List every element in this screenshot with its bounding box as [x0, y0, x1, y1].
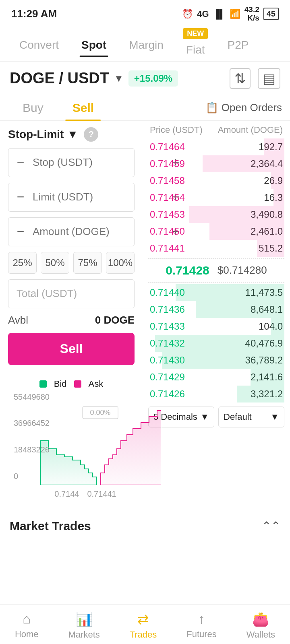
- x1: 0.71441: [87, 489, 116, 499]
- order-type-row: Stop-Limit ▼ ?: [8, 127, 135, 142]
- total-placeholder: Total (USDT): [17, 287, 77, 300]
- ob-buy-row: 0.71430 36,789.2: [148, 352, 284, 369]
- chart-icon[interactable]: ⇅: [230, 68, 251, 89]
- stop-minus-btn[interactable]: −: [8, 149, 33, 177]
- trades-icon: ⇄: [137, 611, 149, 627]
- status-right: ⏰ 4G ▐▌ 📶 43.2K/s 45: [182, 6, 279, 23]
- depth-chart: 0.00%: [40, 392, 161, 485]
- order-type-chevron: ▼: [67, 128, 78, 141]
- tab-p2p[interactable]: P2P: [216, 34, 260, 56]
- ob-buy-row: 0.71436 8,648.1: [148, 301, 284, 318]
- buy-orders: 0.71440 11,473.5 0.71436 8,648.1 0.71433…: [148, 284, 284, 402]
- ob-buy-row: 0.71440 11,473.5: [148, 284, 284, 301]
- stop-input-row: − +: [8, 148, 135, 177]
- nav-home[interactable]: ⌂ Home: [15, 611, 39, 640]
- market-trades-title: Market Trades: [10, 519, 91, 533]
- ob-sell-row: 0.71454 16.3: [148, 189, 284, 206]
- ob-sell-row: 0.71453 3,490.8: [148, 206, 284, 223]
- pair-header: DOGE / USDT ▼ +15.09% ⇅ ▤: [0, 62, 290, 95]
- mid-usd: $0.714280: [218, 264, 267, 277]
- trade-left-tabs: Buy Sell: [8, 95, 205, 120]
- bottom-nav: ⌂ Home 📊 Markets ⇄ Trades ↑ Futures 👛 Wa…: [0, 604, 290, 644]
- tab-fiat-wrapper: NEW Fiat: [175, 29, 216, 61]
- tab-spot[interactable]: Spot: [70, 34, 118, 56]
- x0: 0.7144: [54, 489, 79, 499]
- pct-50-btn[interactable]: 50%: [41, 252, 69, 274]
- avbl-row: Avbl 0 DOGE: [8, 314, 135, 326]
- ob-buy-row: 0.71429 2,141.6: [148, 369, 284, 386]
- nav-tabs: Convert Spot Margin NEW Fiat P2P: [0, 26, 290, 62]
- nav-futures[interactable]: ↑ Futures: [186, 611, 217, 640]
- ask-legend-dot: [74, 380, 81, 388]
- bid-legend-dot: [39, 380, 47, 388]
- ob-sell-row: 0.71441 515.2: [148, 240, 284, 257]
- futures-icon: ↑: [198, 611, 205, 627]
- pct-75-btn[interactable]: 75%: [73, 252, 102, 274]
- status-bar: 11:29 AM ⏰ 4G ▐▌ 📶 43.2K/s 45: [0, 0, 290, 26]
- main-content: Stop-Limit ▼ ? − + − + − + 25% 50% 75%: [0, 121, 290, 511]
- pair-name[interactable]: DOGE / USDT: [10, 70, 109, 87]
- y3: 55449680: [14, 392, 50, 402]
- sell-button[interactable]: Sell: [8, 333, 135, 365]
- pair-change: +15.09%: [128, 70, 178, 87]
- total-row[interactable]: Total (USDT): [8, 279, 135, 308]
- nav-futures-label: Futures: [186, 629, 217, 640]
- tab-buy[interactable]: Buy: [8, 95, 58, 120]
- orders-icon: 📋: [205, 101, 218, 114]
- nav-trades[interactable]: ⇄ Trades: [130, 611, 157, 640]
- bid-legend-label: Bid: [54, 379, 67, 389]
- amount-input-row: − +: [8, 217, 135, 246]
- ob-buy-row: 0.71433 104.0: [148, 318, 284, 335]
- markets-icon: 📊: [76, 611, 93, 627]
- trade-header: Buy Sell 📋 Open Orders: [0, 95, 290, 121]
- decimals-chevron: ▼: [200, 412, 209, 422]
- order-type-select[interactable]: Stop-Limit ▼: [8, 128, 78, 141]
- y1: 18483226: [14, 445, 50, 454]
- chart-area: Bid Ask 55449680 36966452 18483226 0: [8, 373, 135, 504]
- wifi-icon: 📶: [230, 9, 240, 19]
- amount-minus-btn[interactable]: −: [8, 218, 33, 246]
- network-icon: 4G: [197, 9, 209, 19]
- help-icon[interactable]: ?: [84, 127, 98, 142]
- open-orders-label: Open Orders: [222, 101, 282, 114]
- pct-100-btn[interactable]: 100%: [106, 252, 135, 274]
- ob-controls: 5 Decimals ▼ Default ▼: [148, 402, 284, 427]
- pair-left: DOGE / USDT ▼ +15.09%: [10, 70, 178, 87]
- y0: 0: [14, 472, 50, 481]
- tab-sell[interactable]: Sell: [58, 95, 108, 120]
- ob-sell-row: 0.71464 192.7: [148, 138, 284, 155]
- nav-home-label: Home: [15, 629, 39, 640]
- limit-minus-btn[interactable]: −: [8, 183, 33, 211]
- nav-wallets[interactable]: 👛 Wallets: [246, 611, 275, 640]
- pair-icons: ⇅ ▤: [230, 68, 280, 89]
- tab-convert[interactable]: Convert: [8, 34, 70, 56]
- time: 11:29 AM: [11, 8, 57, 20]
- battery: 45: [263, 8, 279, 20]
- x-labels: 0.7144 0.71441: [40, 489, 130, 499]
- default-select[interactable]: Default ▼: [218, 407, 284, 427]
- open-orders[interactable]: 📋 Open Orders: [205, 101, 282, 114]
- dropdown-icon[interactable]: ▼: [114, 73, 124, 84]
- orderbook-icon[interactable]: ▤: [258, 68, 280, 89]
- sell-orders: 0.71464 192.7 0.71459 2,364.4 0.71458 26…: [148, 138, 284, 257]
- nav-markets[interactable]: 📊 Markets: [68, 611, 100, 640]
- pct-25-btn[interactable]: 25%: [8, 252, 37, 274]
- ob-sell-row: 0.71450 2,461.0: [148, 223, 284, 240]
- tab-margin[interactable]: Margin: [118, 34, 175, 56]
- y2: 36966452: [14, 419, 50, 428]
- order-book: Price (USDT) Amount (DOGE) 0.71464 192.7…: [143, 121, 290, 511]
- expand-icon[interactable]: ⌃⌃: [262, 519, 280, 533]
- order-type-label: Stop-Limit: [8, 128, 64, 141]
- chart-legend: Bid Ask: [12, 379, 130, 389]
- ob-header: Price (USDT) Amount (DOGE): [148, 125, 284, 135]
- chart-svg: 55449680 36966452 18483226 0: [12, 392, 130, 499]
- ob-amount-header: Amount (DOGE): [218, 125, 283, 135]
- percent-row: 25% 50% 75% 100%: [8, 252, 135, 274]
- ask-legend-label: Ask: [89, 379, 104, 389]
- y-labels: 55449680 36966452 18483226 0: [12, 392, 51, 481]
- svg-text:0.00%: 0.00%: [90, 409, 110, 417]
- market-trades-section: Market Trades ⌃⌃: [0, 511, 290, 539]
- signal-icon: ▐▌: [213, 9, 226, 19]
- mid-price: 0.71428: [166, 264, 209, 277]
- tab-fiat[interactable]: Fiat: [175, 39, 216, 61]
